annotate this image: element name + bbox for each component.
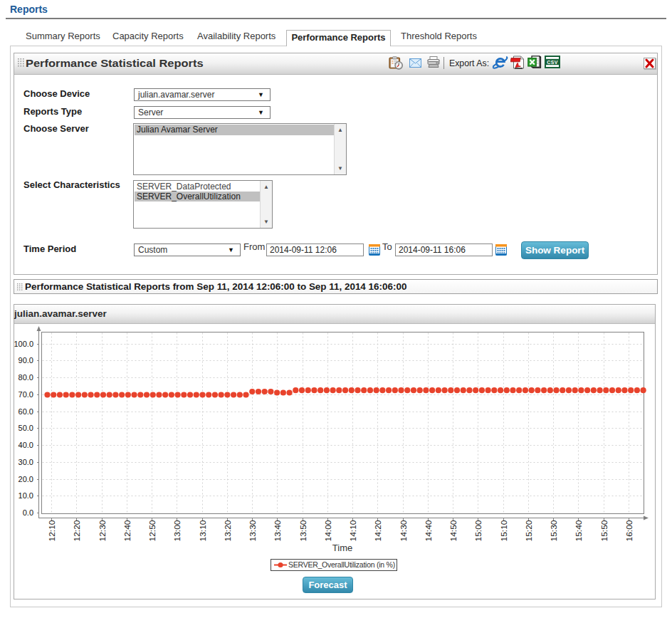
svg-text:13:00: 13:00 [173,520,182,542]
svg-text:100.0: 100.0 [14,340,33,348]
svg-text:12:30: 12:30 [98,520,107,542]
svg-text:14:10: 14:10 [349,520,357,542]
svg-text:15:10: 15:10 [500,520,508,542]
svg-text:60.0: 60.0 [19,407,33,416]
svg-text:13:30: 13:30 [248,520,257,542]
svg-text:14:30: 14:30 [399,520,408,542]
svg-text:20.0: 20.0 [19,475,33,483]
svg-text:40.0: 40.0 [19,441,33,449]
svg-text:10.0: 10.0 [19,491,33,500]
svg-text:13:10: 13:10 [199,520,207,542]
svg-text:CSV: CSV [547,60,558,65]
svg-text:14:00: 14:00 [324,520,332,542]
svg-text:14:50: 14:50 [449,520,458,542]
svg-text:70.0: 70.0 [19,390,33,399]
svg-text:13:20: 13:20 [224,520,232,542]
svg-text:13:40: 13:40 [273,520,282,542]
svg-text:80.0: 80.0 [19,373,33,382]
svg-text:14:20: 14:20 [374,520,382,542]
svg-text:15:30: 15:30 [550,520,558,542]
svg-text:14:40: 14:40 [424,520,433,542]
svg-text:30.0: 30.0 [19,458,33,466]
svg-text:12:40: 12:40 [123,520,132,542]
svg-text:13:50: 13:50 [299,520,308,542]
svg-text:12:20: 12:20 [73,520,81,542]
svg-text:50.0: 50.0 [19,424,33,432]
svg-text:12:50: 12:50 [148,520,157,542]
svg-text:15:20: 15:20 [525,520,533,542]
svg-text:12:10: 12:10 [48,520,56,542]
svg-text:15:50: 15:50 [600,520,609,542]
svg-text:90.0: 90.0 [19,356,33,365]
svg-text:15:00: 15:00 [474,520,483,542]
svg-text:0.0: 0.0 [23,508,33,517]
svg-text:15:40: 15:40 [574,520,583,542]
svg-text:16:00: 16:00 [625,520,634,542]
